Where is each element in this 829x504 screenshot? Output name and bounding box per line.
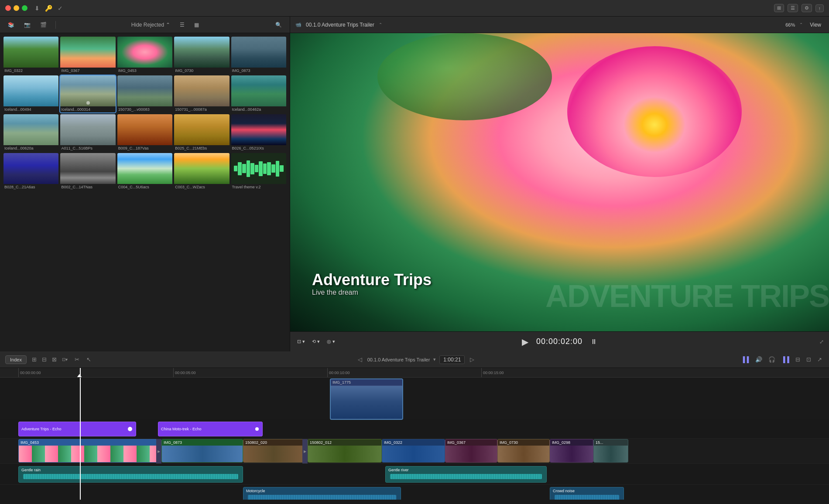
clip-china-echo[interactable]: China Moto-trek - Echo: [158, 422, 263, 436]
media-item-iceland494[interactable]: Iceland...00494: [3, 75, 58, 112]
media-item-travel-theme[interactable]: Travel theme v.2: [231, 153, 286, 190]
filmstrip-btn[interactable]: ▦: [192, 20, 202, 29]
clip-img0298[interactable]: IMG_0298: [550, 439, 593, 463]
clip-img0322[interactable]: IMG_0322: [382, 439, 445, 463]
thumb-150731: [174, 75, 229, 106]
media-item-img0873[interactable]: IMG_0873: [231, 37, 286, 74]
timeline-view-btn2[interactable]: ⊟: [40, 355, 48, 364]
clip-img0730[interactable]: IMG_0730: [497, 439, 550, 463]
audio-meter-btn[interactable]: ▐▐: [739, 355, 750, 364]
media-item-c004[interactable]: C004_C...5U6acs: [117, 153, 172, 190]
media-item-c003[interactable]: C003_C...WZacs: [174, 153, 229, 190]
project-name-timeline: 00.1.0 Adventure Trips Trailer: [367, 357, 430, 362]
media-btn[interactable]: 🎬: [38, 20, 49, 29]
clip-adventure-echo[interactable]: Adventure Trips - Echo: [18, 422, 136, 436]
media-item-img0453[interactable]: IMG_0453: [117, 37, 172, 74]
track-row-audio1: Gentle rain Gentle river: [0, 464, 829, 485]
key-icon[interactable]: 🔑: [45, 5, 52, 12]
clip-motorcycle[interactable]: Motorcycle: [243, 487, 401, 500]
next-marker-btn[interactable]: ▷: [468, 355, 476, 364]
clip-gentle-rain[interactable]: Gentle rain: [18, 466, 243, 483]
share-btn[interactable]: ↑: [815, 4, 824, 12]
clip-crowd-noise[interactable]: Crowd noise: [550, 487, 624, 500]
track-row-video: IMG_0453 ▶ IMG_0873 150802_020: [0, 439, 829, 464]
index-btn[interactable]: Index: [5, 355, 27, 364]
media-item-a011[interactable]: A011_C...516BPs: [60, 114, 115, 151]
selection-tool-btn[interactable]: ↖: [85, 355, 93, 364]
hide-rejected-btn[interactable]: Hide Rejected ⌃: [129, 20, 173, 29]
clip-img0453[interactable]: IMG_0453: [18, 439, 158, 463]
grid-view-btn[interactable]: ⊞: [774, 4, 784, 12]
fit-btn[interactable]: ⊡ ▾: [295, 337, 307, 346]
external-display-btn[interactable]: ↗: [815, 355, 824, 364]
media-item-img0322[interactable]: IMG_0322: [3, 37, 58, 74]
thumb-150730: [117, 75, 172, 106]
search-btn[interactable]: 🔍: [273, 20, 284, 29]
clip-gentle-river-label: Gentle river: [388, 468, 544, 472]
track-row-audio2: Motorcycle Crowd noise: [0, 485, 829, 500]
fullscreen-button[interactable]: [22, 5, 27, 11]
media-item-b028[interactable]: B028_C...21A6as: [3, 153, 58, 190]
media-item-iceland620a[interactable]: Iceland...00620a: [3, 114, 58, 151]
clip-view-btn[interactable]: ☰: [177, 20, 187, 29]
solo-btn[interactable]: ▐▐: [780, 355, 791, 364]
timeline-view-btn3[interactable]: ⊠: [50, 355, 58, 364]
pause-btn[interactable]: ⏸: [589, 336, 599, 347]
close-button[interactable]: [5, 5, 11, 11]
zoom-level: 66%: [785, 22, 795, 27]
download-icon[interactable]: ⬇: [34, 5, 40, 12]
media-item-b002[interactable]: B002_C...14TNas: [60, 153, 115, 190]
headphone-btn[interactable]: 🎧: [767, 355, 777, 364]
thumb-c004: [117, 153, 172, 184]
transform-btn[interactable]: ⟲ ▾: [310, 337, 322, 346]
timeline-tracks[interactable]: IMG_1775 Adventure Trips - Echo China Mo…: [0, 378, 829, 500]
media-item-b025[interactable]: B025_C...21MEbs: [174, 114, 229, 151]
clip-150802-020[interactable]: 150802_020: [243, 439, 304, 463]
clip-trailing[interactable]: 15...: [593, 439, 628, 463]
clip-gentle-river[interactable]: Gentle river: [385, 466, 547, 483]
effect-btn[interactable]: ◎ ▾: [325, 337, 337, 346]
media-item-img0367[interactable]: IMG_0367: [60, 37, 115, 74]
view-btn[interactable]: View: [807, 20, 824, 29]
media-item-150731[interactable]: 150731_...00087a: [174, 75, 229, 112]
chevron-icon2: ⌃: [379, 22, 382, 27]
check-icon[interactable]: ✓: [58, 5, 63, 12]
media-item-iceland000314[interactable]: Iceland...000314: [60, 75, 115, 112]
clip-trailing-strip: [594, 446, 628, 462]
media-item-b009[interactable]: B009_C...187Vas: [117, 114, 172, 151]
filter-btn[interactable]: ⚙: [802, 4, 812, 12]
timeline-view-btn4[interactable]: ⊡▾: [60, 355, 69, 364]
tc-position[interactable]: 1:00:21: [439, 355, 465, 364]
media-item-b026[interactable]: B026_C...0521IXs: [231, 114, 286, 151]
thumb-travel-theme: [231, 153, 286, 184]
fullscreen-timeline-btn[interactable]: ⊡: [805, 355, 813, 364]
floating-clip-img1775[interactable]: IMG_1775: [330, 378, 403, 420]
list-view-btn[interactable]: ☰: [788, 4, 798, 12]
clip-china-echo-label: China Moto-trek - Echo: [161, 427, 202, 431]
snap-btn[interactable]: ⊟: [794, 355, 802, 364]
media-item-img0730[interactable]: IMG_0730: [174, 37, 229, 74]
thumb-img0453: [117, 37, 172, 68]
clip-img0873[interactable]: IMG_0873: [161, 439, 243, 463]
prev-marker-btn[interactable]: ◁: [356, 355, 364, 364]
traffic-lights: [5, 5, 27, 11]
ruler-mark-0: 00:00:00:00: [18, 368, 41, 377]
photo-btn[interactable]: 📷: [21, 20, 33, 29]
titlebar: ⬇ 🔑 ✓ ⊞ ☰ ⚙ ↑: [0, 0, 829, 17]
audio-level-btn[interactable]: 🔊: [754, 355, 764, 364]
blade-tool-btn[interactable]: ✂: [73, 355, 81, 364]
media-item-150730[interactable]: 150730_...v00083: [117, 75, 172, 112]
clip-img0367-label: IMG_0367: [445, 439, 497, 446]
media-item-iceland462a[interactable]: Iceland...00462a: [231, 75, 286, 112]
clip-gentle-rain-label: Gentle rain: [21, 468, 240, 472]
label-c003: C003_C...WZacs: [174, 184, 229, 190]
clip-img0367[interactable]: IMG_0367: [445, 439, 497, 463]
thumb-b025: [174, 114, 229, 145]
play-btn[interactable]: ▶: [520, 335, 530, 349]
library-btn[interactable]: 📚: [5, 20, 17, 29]
timeline-view-btn1[interactable]: ⊞: [30, 355, 38, 364]
clip-150802-012[interactable]: 150802_012: [308, 439, 382, 463]
clip-150802-012-strip: [308, 446, 381, 462]
minimize-button[interactable]: [14, 5, 19, 11]
fullscreen-btn[interactable]: ⤢: [819, 339, 824, 345]
